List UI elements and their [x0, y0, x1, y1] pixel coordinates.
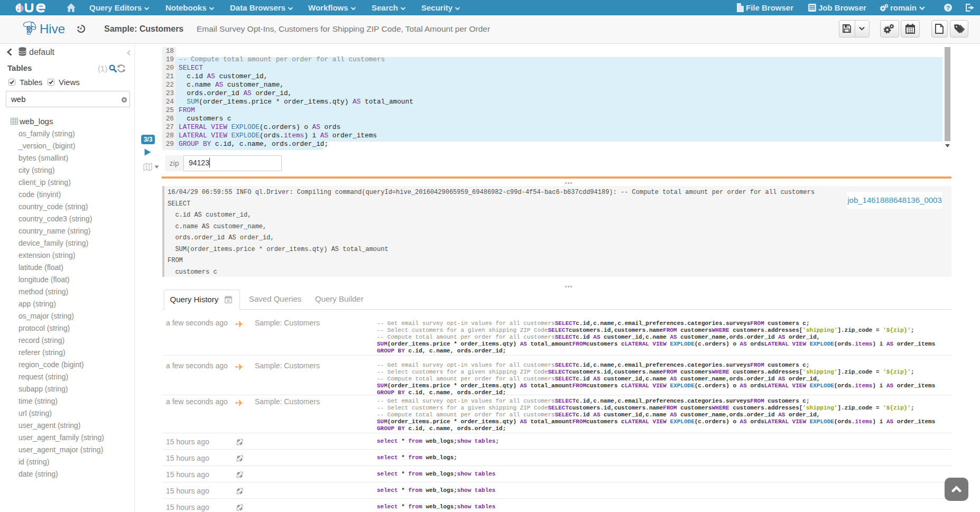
svg-text:?: ?	[946, 5, 950, 11]
